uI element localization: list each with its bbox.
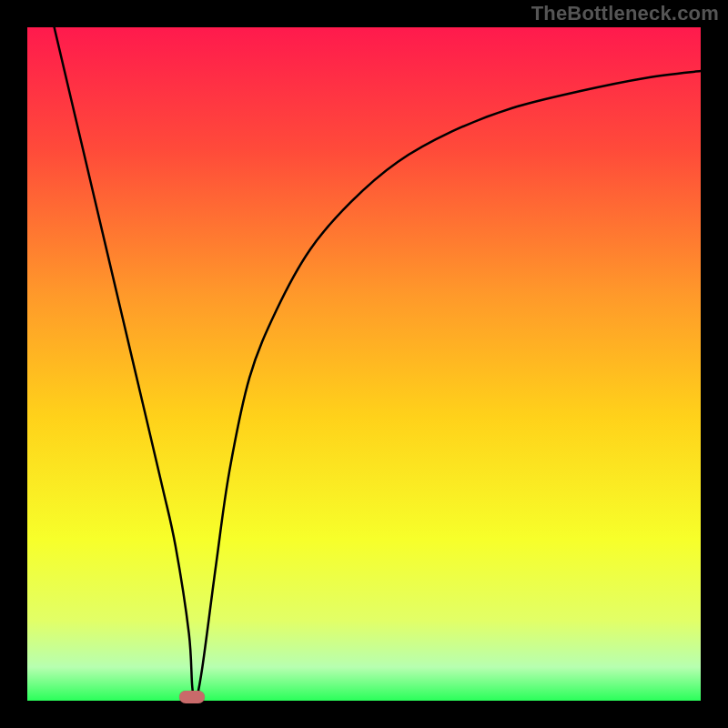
chart-svg [27, 27, 701, 701]
plot-area [27, 27, 701, 701]
watermark-text: TheBottleneck.com [531, 2, 719, 25]
bottleneck-marker [179, 691, 205, 703]
gradient-background [27, 27, 701, 701]
frame: TheBottleneck.com [0, 0, 728, 728]
